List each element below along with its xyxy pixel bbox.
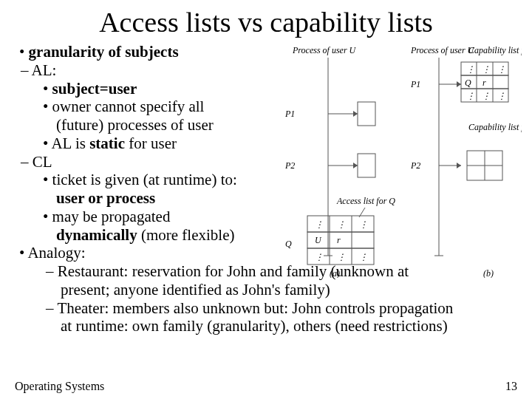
svg-rect-7 — [358, 154, 375, 177]
fig-p1: P1 — [284, 109, 295, 119]
svg-text:⋮: ⋮ — [315, 252, 324, 262]
fig-q-u: U — [315, 235, 322, 245]
svg-marker-27 — [457, 81, 461, 87]
svg-text:⋮: ⋮ — [497, 91, 506, 101]
bullet-theater-cont: at runtime: own family (granularity), ot… — [15, 317, 517, 335]
svg-text:⋮: ⋮ — [359, 219, 368, 230]
figure-access-capability: Process of user U P1 P2 Access list for … — [263, 41, 522, 278]
svg-text:⋮: ⋮ — [337, 219, 346, 230]
svg-rect-6 — [358, 102, 375, 126]
svg-text:⋮: ⋮ — [337, 252, 346, 262]
footer-page: 13 — [505, 380, 517, 393]
fig-caption-a: (a) — [330, 268, 340, 278]
fig-label-procU-a: Process of user U — [292, 45, 357, 55]
svg-marker-29 — [457, 163, 461, 168]
fig-q: Q — [285, 239, 292, 249]
fig-caplist-p1: Capability list for P1 — [468, 45, 522, 55]
svg-text:⋮: ⋮ — [466, 91, 475, 101]
fig-q-r: r — [337, 235, 341, 245]
fig-p1-b: P1 — [410, 79, 420, 89]
bullet-theater: Theater: members also unknown but: John … — [15, 299, 517, 318]
fig-caption-b: (b) — [483, 268, 494, 278]
fig-caplist-p2: Capability list for P2 — [468, 122, 522, 132]
svg-text:⋮: ⋮ — [359, 252, 368, 262]
svg-marker-3 — [353, 111, 358, 117]
svg-text:⋮: ⋮ — [315, 219, 324, 230]
bullet-restaurant-cont: present; anyone identified as John's fam… — [15, 281, 517, 299]
svg-text:⋮: ⋮ — [482, 91, 491, 101]
fig-acl-q: Access list for Q — [336, 196, 395, 206]
footer-left: Operating Systems — [15, 380, 104, 393]
svg-text:r: r — [482, 78, 486, 88]
slide-footer: Operating Systems 13 — [15, 380, 517, 393]
svg-text:⋮: ⋮ — [466, 64, 475, 75]
slide-title: Access lists vs capability lists — [15, 6, 517, 38]
fig-p2-b: P2 — [410, 160, 420, 171]
fig-p2: P2 — [284, 160, 295, 171]
svg-marker-5 — [353, 163, 358, 168]
svg-text:⋮: ⋮ — [497, 64, 506, 75]
fig-label-procU-b: Process of user U — [410, 45, 475, 55]
svg-text:⋮: ⋮ — [482, 64, 491, 75]
svg-text:Q: Q — [465, 78, 471, 88]
